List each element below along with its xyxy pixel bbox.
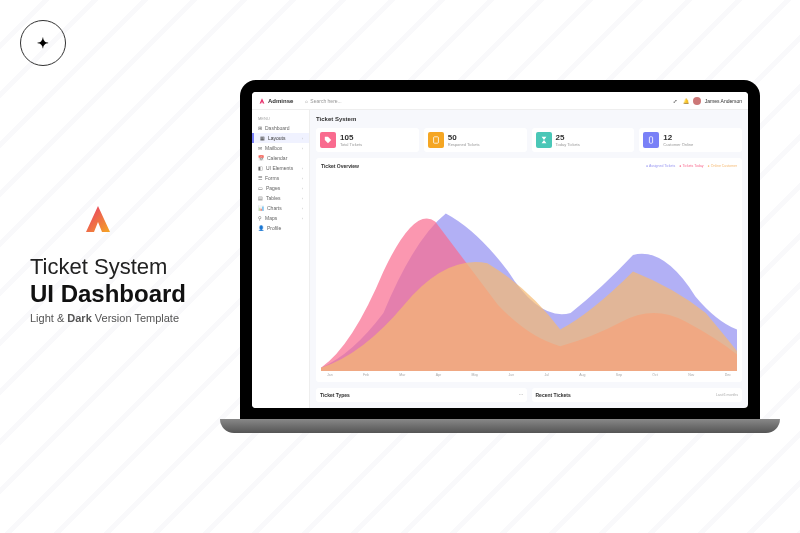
sidebar-item-label: Tables [266, 195, 280, 201]
sidebar-item-maps[interactable]: ⚲Maps› [252, 213, 309, 223]
chevron-right-icon: › [302, 146, 303, 151]
card-title: Ticket Types [320, 392, 350, 398]
chart-card: Ticket Overview Assigned Tickets Tickets… [316, 158, 742, 382]
stat-card-responded[interactable]: 50Responed Tickets [424, 128, 527, 152]
brand[interactable]: Adminse [258, 97, 293, 105]
phone-icon [643, 132, 659, 148]
card-subtitle: Last 6 months [716, 393, 738, 397]
expand-icon[interactable]: ⤢ [673, 98, 679, 104]
app-window: Adminse ⌕ Search here... ⤢ 🔔 James Ander… [252, 92, 748, 408]
sidebar-item-label: Calendar [267, 155, 287, 161]
chevron-right-icon: › [302, 196, 303, 201]
sidebar-item-label: Forms [265, 175, 279, 181]
topbar: Adminse ⌕ Search here... ⤢ 🔔 James Ander… [252, 92, 748, 110]
svg-rect-0 [433, 137, 438, 143]
promo-title1: Ticket System [30, 254, 186, 280]
avatar[interactable] [693, 97, 701, 105]
sidebar-item-label: Pages [266, 185, 280, 191]
stat-label: Total Tickets [340, 142, 362, 147]
sidebar-item-label: Charts [267, 205, 282, 211]
card-ticket-types[interactable]: Ticket Types⋯ [316, 388, 527, 402]
bottom-row: Ticket Types⋯ Recent TicketsLast 6 month… [316, 388, 742, 402]
sidebar-item-label: UI Elements [266, 165, 293, 171]
bell-icon[interactable]: 🔔 [683, 98, 689, 104]
chevron-right-icon: › [302, 216, 303, 221]
tag-icon [320, 132, 336, 148]
chevron-right-icon: › [302, 136, 303, 141]
sidebar-item-calendar[interactable]: 📅Calendar [252, 153, 309, 163]
sidebar-item-label: Layouts [268, 135, 286, 141]
chart-title: Ticket Overview [321, 163, 359, 169]
laptop-mockup: Adminse ⌕ Search here... ⤢ 🔔 James Ander… [220, 80, 780, 480]
sidebar-item-label: Mailbox [265, 145, 282, 151]
svg-rect-1 [650, 137, 653, 143]
search-input[interactable]: ⌕ Search here... [305, 98, 341, 104]
legend-item[interactable]: Assigned Tickets [646, 164, 675, 168]
chart-xaxis: JanFebMarAprMayJunJulAugSepOctNovDec [321, 371, 737, 377]
page-title: Ticket System [316, 116, 742, 122]
sidebar-heading: MENU [252, 114, 309, 123]
chevron-right-icon: › [302, 186, 303, 191]
sidebar-item-uielements[interactable]: ◧UI Elements› [252, 163, 309, 173]
hourglass-icon [536, 132, 552, 148]
card-recent-tickets[interactable]: Recent TicketsLast 6 months [532, 388, 743, 402]
stat-label: Responed Tickets [448, 142, 480, 147]
stat-value: 25 [556, 133, 580, 142]
promo-title2: UI Dashboard [30, 280, 186, 308]
chart-area [321, 172, 737, 371]
chevron-right-icon: › [302, 206, 303, 211]
sidebar: MENU ⊞Dashboard ▦Layouts› ✉Mailbox› 📅Cal… [252, 110, 310, 408]
search-icon: ⌕ [305, 98, 308, 104]
sidebar-item-dashboard[interactable]: ⊞Dashboard [252, 123, 309, 133]
sidebar-item-profile[interactable]: 👤Profile [252, 223, 309, 233]
chevron-right-icon: › [302, 176, 303, 181]
username[interactable]: James Anderson [705, 98, 742, 104]
search-placeholder: Search here... [310, 98, 341, 104]
stat-value: 105 [340, 133, 362, 142]
promo-logo-icon [78, 200, 118, 240]
stat-label: Customer Online [663, 142, 693, 147]
sidebar-item-mailbox[interactable]: ✉Mailbox› [252, 143, 309, 153]
brand-logo-icon [258, 97, 266, 105]
legend-item[interactable]: Tickets Today [679, 164, 703, 168]
stat-value: 12 [663, 133, 693, 142]
more-icon[interactable]: ⋯ [519, 393, 523, 397]
stat-label: Today Tickets [556, 142, 580, 147]
card-title: Recent Tickets [536, 392, 571, 398]
sidebar-item-label: Profile [267, 225, 281, 231]
chart-legend: Assigned Tickets Tickets Today Online Cu… [646, 164, 737, 168]
victorthemes-badge: ✦ [20, 20, 66, 66]
sidebar-item-pages[interactable]: ▭Pages› [252, 183, 309, 193]
stat-card-today[interactable]: 25Today Tickets [532, 128, 635, 152]
device-icon [428, 132, 444, 148]
sidebar-item-charts[interactable]: 📊Charts› [252, 203, 309, 213]
chevron-right-icon: › [302, 166, 303, 171]
sidebar-item-layouts[interactable]: ▦Layouts› [252, 133, 309, 143]
brand-name: Adminse [268, 98, 293, 104]
promo-block: Ticket System UI Dashboard Light & Dark … [30, 200, 186, 324]
sidebar-item-label: Maps [265, 215, 277, 221]
stat-card-online[interactable]: 12Customer Online [639, 128, 742, 152]
stat-card-total[interactable]: 105Total Tickets [316, 128, 419, 152]
sidebar-item-label: Dashboard [265, 125, 289, 131]
promo-subtitle: Light & Dark Version Template [30, 312, 186, 324]
stat-row: 105Total Tickets 50Responed Tickets 25To… [316, 128, 742, 152]
main-content: Ticket System 105Total Tickets 50Respone… [310, 110, 748, 408]
sidebar-item-tables[interactable]: ▤Tables› [252, 193, 309, 203]
sidebar-item-forms[interactable]: ☰Forms› [252, 173, 309, 183]
stat-value: 50 [448, 133, 480, 142]
legend-item[interactable]: Online Customer [708, 164, 737, 168]
